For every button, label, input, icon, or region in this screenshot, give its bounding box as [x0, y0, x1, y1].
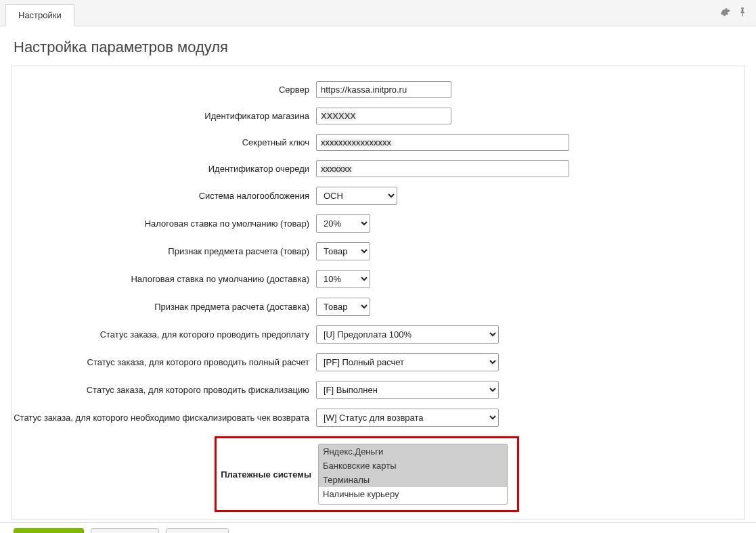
label-status-prepay: Статус заказа, для которого проводить пр…: [12, 329, 316, 340]
subject-product-select[interactable]: Товар: [316, 242, 370, 260]
vat-product-select[interactable]: 20%: [316, 214, 370, 233]
topbar: Настройки: [0, 0, 756, 26]
row-subject-delivery: Признак предмета расчета (доставка) Това…: [12, 298, 744, 316]
list-item[interactable]: Наличные курьеру: [319, 487, 507, 501]
label-subject-delivery: Признак предмета расчета (доставка): [12, 302, 316, 312]
label-subject-product: Признак предмета расчета (товар): [12, 246, 316, 256]
status-prepay-select[interactable]: [U] Предоплата 100%: [316, 325, 499, 344]
status-fiscal-select[interactable]: [F] Выполнен: [316, 381, 499, 399]
label-queue-id: Идентификатор очереди: [12, 164, 316, 174]
action-bar: Сохранить Применить Отменить: [0, 522, 756, 533]
row-tax-system: Система налогообложения ОСН: [12, 187, 744, 205]
row-status-refund: Статус заказа, для которого необходимо ф…: [12, 409, 744, 427]
vat-delivery-select[interactable]: 10%: [316, 270, 370, 288]
row-secret-key: Секретный ключ: [12, 134, 744, 151]
label-shop-id: Идентификатор магазина: [12, 111, 316, 121]
status-refund-select[interactable]: [W] Статус для возврата: [316, 409, 499, 427]
label-status-refund: Статус заказа, для которого необходимо ф…: [12, 413, 316, 423]
payment-systems-highlight: Платежные системы Яндекс.Деньги Банковск…: [215, 436, 519, 512]
pin-icon[interactable]: [737, 7, 748, 20]
row-subject-product: Признак предмета расчета (товар) Товар: [12, 242, 744, 260]
label-status-fiscal: Статус заказа, для которого проводить фи…: [12, 385, 316, 395]
status-full-select[interactable]: [PF] Полный расчет: [316, 353, 499, 371]
row-server: Сервер: [12, 81, 744, 98]
queue-id-input[interactable]: [316, 160, 569, 177]
row-vat-product: Налоговая ставка по умолчанию (товар) 20…: [12, 214, 744, 233]
label-vat-delivery: Налоговая ставка по умолчанию (доставка): [12, 274, 316, 284]
apply-button[interactable]: Применить: [91, 528, 159, 533]
payment-systems-listbox[interactable]: Яндекс.Деньги Банковские карты Терминалы…: [318, 444, 508, 505]
row-status-prepay: Статус заказа, для которого проводить пр…: [12, 325, 744, 344]
list-item[interactable]: Терминалы: [319, 473, 507, 487]
label-vat-product: Налоговая ставка по умолчанию (товар): [12, 218, 316, 229]
row-vat-delivery: Налоговая ставка по умолчанию (доставка)…: [12, 270, 744, 288]
save-button[interactable]: Сохранить: [14, 528, 84, 533]
shop-id-input[interactable]: [316, 108, 451, 124]
settings-panel: Сервер Идентификатор магазина Секретный …: [11, 66, 745, 519]
row-status-full: Статус заказа, для которого проводить по…: [12, 353, 744, 371]
server-input[interactable]: [316, 81, 451, 98]
label-secret-key: Секретный ключ: [12, 137, 316, 147]
list-item[interactable]: Яндекс.Деньги: [319, 444, 507, 459]
cancel-button[interactable]: Отменить: [166, 528, 229, 533]
row-queue-id: Идентификатор очереди: [12, 160, 744, 177]
page-title: Настройка параметров модуля: [0, 26, 756, 66]
gear-icon[interactable]: [719, 7, 730, 20]
label-payment-systems: Платежные системы: [217, 469, 318, 480]
list-item[interactable]: Банковские карты: [319, 459, 507, 473]
row-shop-id: Идентификатор магазина: [12, 108, 744, 124]
secret-key-input[interactable]: [316, 134, 569, 151]
label-server: Сервер: [12, 85, 316, 95]
label-tax-system: Система налогообложения: [12, 191, 316, 201]
topbar-icons: [719, 7, 748, 20]
tab-settings[interactable]: Настройки: [5, 4, 74, 26]
tax-system-select[interactable]: ОСН: [316, 187, 397, 205]
row-status-fiscal: Статус заказа, для которого проводить фи…: [12, 381, 744, 399]
label-status-full: Статус заказа, для которого проводить по…: [12, 357, 316, 367]
subject-delivery-select[interactable]: Товар: [316, 298, 370, 316]
